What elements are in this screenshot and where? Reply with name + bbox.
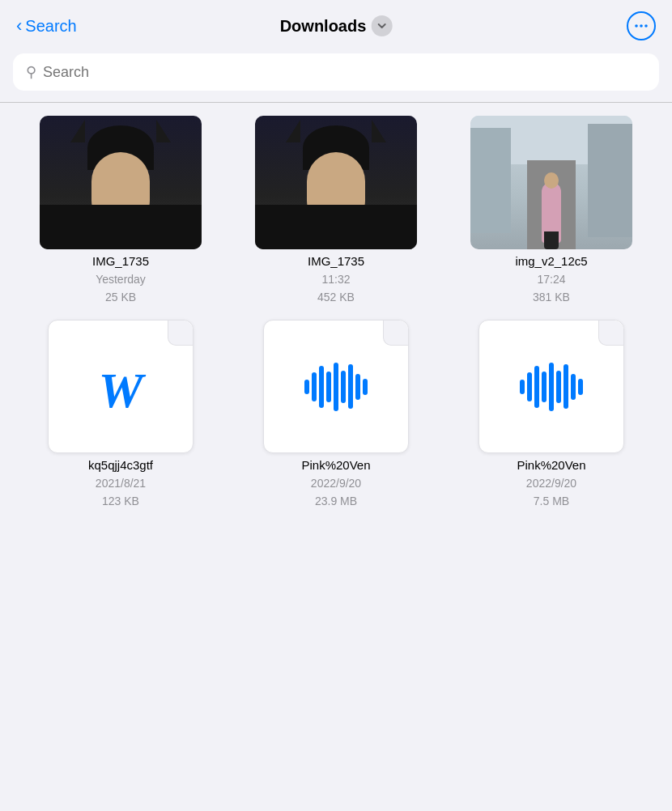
person-legs-icon: [544, 231, 559, 249]
list-item[interactable]: img_v2_12c5 17:24 381 KB: [450, 116, 653, 304]
file-thumbnail: [40, 116, 202, 249]
back-button[interactable]: ‹ Search: [16, 15, 77, 36]
list-item[interactable]: IMG_1735 11:32 452 KB: [235, 116, 437, 304]
bat-wing-left-icon: [279, 120, 300, 142]
file-size: 123 KB: [102, 495, 139, 507]
file-date: 11:32: [321, 273, 350, 286]
file-name: kq5qjj4c3gtf: [88, 458, 153, 472]
building-left-icon: [470, 128, 511, 233]
file-grid-section: IMG_1735 Yesterday 25 KB IMG_1735 11:32 …: [0, 103, 672, 532]
svg-point-0: [635, 24, 638, 28]
list-item[interactable]: Pink%20Ven 2022/9/20 23.9 MB: [235, 320, 437, 507]
chevron-down-icon: [376, 20, 387, 32]
file-date: 2022/9/20: [311, 477, 361, 490]
svg-point-2: [644, 24, 648, 28]
search-bar[interactable]: ⚲: [13, 53, 659, 91]
file-name: img_v2_12c5: [515, 254, 587, 268]
list-item[interactable]: Pink%20Ven 2022/9/20 7.5 MB: [450, 320, 653, 507]
audio-waveform-icon: [304, 363, 368, 411]
header-title-area: Downloads: [280, 15, 393, 36]
file-thumbnail: W: [48, 320, 194, 453]
file-thumbnail: [478, 320, 624, 453]
file-date: 17:24: [537, 273, 565, 286]
search-input[interactable]: [43, 64, 646, 81]
person-head-icon: [544, 172, 559, 189]
bat-wing-right-icon: [156, 120, 177, 142]
list-item[interactable]: IMG_1735 Yesterday 25 KB: [19, 116, 222, 304]
file-date: 2021/8/21: [96, 477, 146, 490]
more-options-button[interactable]: [627, 11, 656, 40]
building-right-icon: [588, 124, 632, 237]
body-icon: [255, 205, 417, 249]
search-icon: ⚲: [26, 63, 36, 81]
page-title: Downloads: [280, 17, 367, 36]
file-size: 25 KB: [105, 291, 136, 304]
title-dropdown-button[interactable]: [371, 15, 392, 36]
back-chevron-icon: ‹: [16, 15, 22, 36]
word-icon: W: [98, 362, 142, 419]
audio-waveform-icon: [520, 363, 583, 411]
file-date: 2022/9/20: [526, 477, 576, 490]
list-item[interactable]: W kq5qjj4c3gtf 2021/8/21 123 KB: [19, 320, 222, 507]
svg-point-1: [640, 24, 643, 28]
file-size: 23.9 MB: [315, 495, 357, 507]
header: ‹ Search Downloads: [0, 0, 672, 49]
file-grid: IMG_1735 Yesterday 25 KB IMG_1735 11:32 …: [19, 116, 653, 532]
file-thumbnail: [470, 116, 632, 249]
file-size: 381 KB: [533, 291, 570, 304]
file-name: Pink%20Ven: [301, 458, 370, 472]
file-size: 452 KB: [317, 291, 355, 304]
back-label: Search: [25, 17, 76, 36]
body-icon: [40, 205, 202, 249]
bat-wing-right-icon: [372, 120, 393, 142]
file-thumbnail: [263, 320, 409, 453]
ellipsis-icon: [633, 18, 649, 34]
file-name: Pink%20Ven: [517, 458, 585, 472]
search-bar-container: ⚲: [0, 49, 672, 102]
file-thumbnail: [255, 116, 417, 249]
file-date: Yesterday: [96, 273, 146, 286]
file-size: 7.5 MB: [534, 495, 569, 507]
file-name: IMG_1735: [308, 254, 364, 268]
file-name: IMG_1735: [92, 254, 149, 268]
bat-wing-left-icon: [64, 120, 85, 142]
